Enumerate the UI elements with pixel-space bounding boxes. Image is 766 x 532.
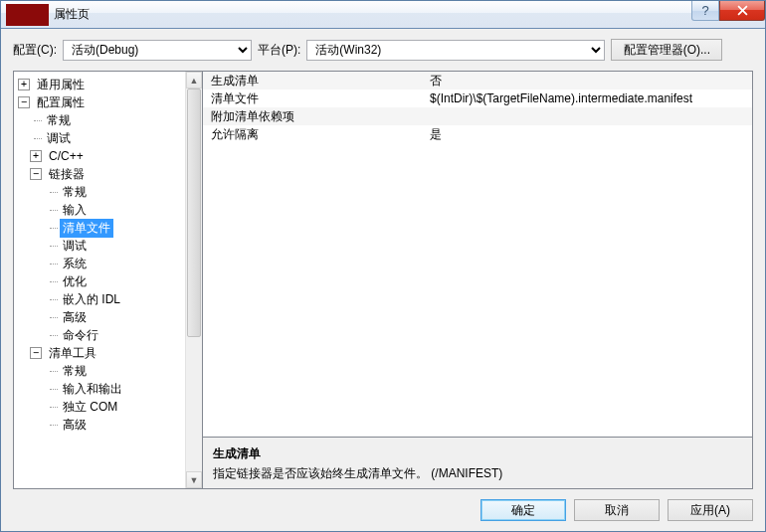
property-row[interactable]: 附加清单依赖项 bbox=[203, 107, 752, 125]
property-grid[interactable]: 生成清单 否 清单文件 $(IntDir)\$(TargetFileName).… bbox=[203, 72, 752, 437]
tree-item-configprops[interactable]: − 配置属性 bbox=[16, 93, 183, 111]
tree-item-manifest-io[interactable]: 输入和输出 bbox=[16, 380, 183, 398]
property-value[interactable]: 否 bbox=[427, 73, 752, 89]
property-name: 生成清单 bbox=[203, 73, 427, 89]
tree-item-manifest-general[interactable]: 常规 bbox=[16, 362, 183, 380]
category-tree[interactable]: + 通用属性 − 配置属性 常规 调试 + bbox=[14, 72, 185, 488]
config-toolbar: 配置(C): 活动(Debug) 平台(P): 活动(Win32) 配置管理器(… bbox=[13, 39, 753, 61]
tree-label: 嵌入的 IDL bbox=[60, 290, 123, 309]
tree-item-manifesttool[interactable]: − 清单工具 bbox=[16, 344, 183, 362]
tree-item-linker-debug[interactable]: 调试 bbox=[16, 237, 183, 255]
tree-label: 调试 bbox=[60, 237, 90, 256]
tree-item-linker-general[interactable]: 常规 bbox=[16, 183, 183, 201]
tree-item-linker-idl[interactable]: 嵌入的 IDL bbox=[16, 290, 183, 308]
scroll-thumb[interactable] bbox=[187, 89, 201, 337]
description-body: 指定链接器是否应该始终生成清单文件。 (/MANIFEST) bbox=[213, 465, 742, 482]
collapse-icon[interactable]: − bbox=[30, 347, 42, 359]
tree-label: 输入 bbox=[60, 201, 90, 220]
titlebar: 属性页 ? bbox=[1, 1, 765, 29]
apply-button[interactable]: 应用(A) bbox=[668, 499, 753, 521]
property-name: 清单文件 bbox=[203, 90, 427, 107]
tree-label: 调试 bbox=[44, 129, 74, 148]
tree-label: 通用属性 bbox=[34, 76, 88, 94]
tree-item-linker-advanced[interactable]: 高级 bbox=[16, 308, 183, 326]
property-value[interactable]: 是 bbox=[427, 126, 752, 143]
help-button[interactable]: ? bbox=[691, 1, 719, 21]
window-title: 属性页 bbox=[54, 6, 90, 23]
tree-item-debug[interactable]: 调试 bbox=[16, 129, 183, 147]
tree-label: 独立 COM bbox=[60, 398, 120, 417]
tree-label: C/C++ bbox=[46, 148, 87, 164]
help-icon: ? bbox=[701, 3, 708, 18]
tree-item-linker[interactable]: − 链接器 bbox=[16, 165, 183, 183]
tree-item-general[interactable]: 常规 bbox=[16, 111, 183, 129]
tree-label: 高级 bbox=[60, 308, 90, 327]
tree-item-common[interactable]: + 通用属性 bbox=[16, 76, 183, 93]
close-icon bbox=[737, 5, 748, 16]
dialog-buttons: 确定 取消 应用(A) bbox=[13, 499, 753, 521]
property-description: 生成清单 指定链接器是否应该始终生成清单文件。 (/MANIFEST) bbox=[203, 437, 752, 488]
expand-icon[interactable]: + bbox=[30, 150, 42, 162]
scroll-up-icon[interactable]: ▲ bbox=[186, 72, 202, 89]
scroll-down-icon[interactable]: ▼ bbox=[186, 471, 202, 488]
app-icon bbox=[6, 4, 49, 26]
property-name: 附加清单依赖项 bbox=[203, 108, 427, 125]
tree-label: 清单工具 bbox=[46, 344, 99, 363]
ok-button[interactable]: 确定 bbox=[480, 499, 566, 521]
collapse-icon[interactable]: − bbox=[30, 168, 42, 180]
property-panel: 生成清单 否 清单文件 $(IntDir)\$(TargetFileName).… bbox=[203, 72, 752, 488]
collapse-icon[interactable]: − bbox=[18, 96, 30, 108]
tree-item-linker-system[interactable]: 系统 bbox=[16, 255, 183, 272]
tree-label: 高级 bbox=[60, 416, 90, 435]
description-title: 生成清单 bbox=[213, 445, 742, 462]
cancel-button[interactable]: 取消 bbox=[574, 499, 660, 521]
tree-label: 常规 bbox=[44, 111, 74, 130]
tree-item-cpp[interactable]: + C/C++ bbox=[16, 147, 183, 165]
property-row[interactable]: 生成清单 否 bbox=[203, 72, 752, 89]
property-row[interactable]: 清单文件 $(IntDir)\$(TargetFileName).interme… bbox=[203, 89, 752, 107]
config-combo[interactable]: 活动(Debug) bbox=[63, 40, 252, 61]
tree-label-selected: 清单文件 bbox=[60, 219, 113, 238]
close-button[interactable] bbox=[719, 1, 765, 21]
platform-label: 平台(P): bbox=[258, 42, 300, 59]
tree-item-manifest-com[interactable]: 独立 COM bbox=[16, 398, 183, 416]
tree-label: 命令行 bbox=[60, 326, 101, 345]
tree-item-linker-cmd[interactable]: 命令行 bbox=[16, 326, 183, 344]
config-label: 配置(C): bbox=[13, 42, 57, 59]
platform-combo[interactable]: 活动(Win32) bbox=[306, 40, 605, 61]
tree-label: 配置属性 bbox=[34, 93, 88, 112]
config-manager-button[interactable]: 配置管理器(O)... bbox=[611, 39, 722, 61]
tree-item-linker-optimize[interactable]: 优化 bbox=[16, 272, 183, 290]
tree-scrollbar[interactable]: ▲ ▼ bbox=[185, 72, 202, 488]
tree-item-manifest-adv[interactable]: 高级 bbox=[16, 416, 183, 434]
tree-panel: + 通用属性 − 配置属性 常规 调试 + bbox=[14, 72, 203, 488]
tree-label: 常规 bbox=[60, 362, 90, 381]
expand-icon[interactable]: + bbox=[18, 79, 30, 90]
tree-item-linker-manifest[interactable]: 清单文件 bbox=[16, 219, 183, 237]
tree-label: 常规 bbox=[60, 183, 90, 202]
property-value[interactable]: $(IntDir)\$(TargetFileName).intermediate… bbox=[427, 91, 752, 105]
property-name: 允许隔离 bbox=[203, 126, 427, 143]
tree-label: 优化 bbox=[60, 272, 90, 291]
tree-item-linker-input[interactable]: 输入 bbox=[16, 201, 183, 219]
main-content: + 通用属性 − 配置属性 常规 调试 + bbox=[13, 71, 753, 489]
tree-label: 链接器 bbox=[46, 165, 88, 184]
property-row[interactable]: 允许隔离 是 bbox=[203, 125, 752, 143]
tree-label: 系统 bbox=[60, 255, 90, 273]
tree-label: 输入和输出 bbox=[60, 380, 125, 399]
